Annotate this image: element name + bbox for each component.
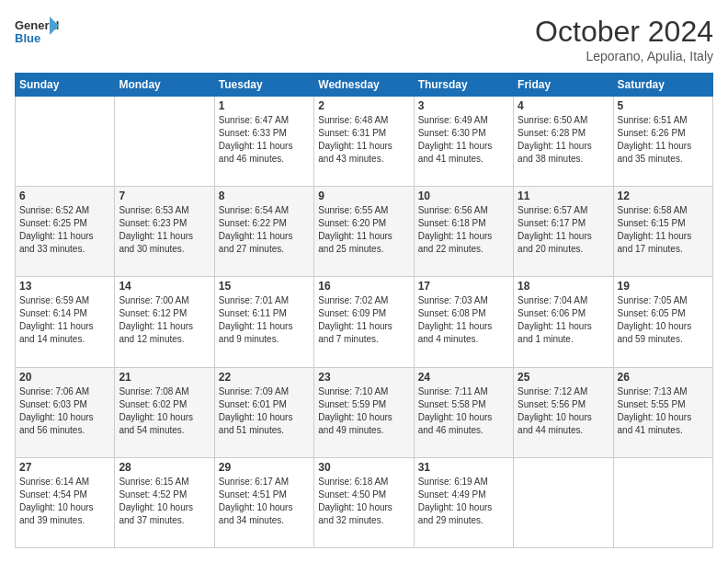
calendar-cell: 23Sunrise: 7:10 AMSunset: 5:59 PMDayligh… (314, 367, 414, 457)
day-info: Sunrise: 7:06 AMSunset: 6:03 PMDaylight:… (19, 386, 94, 435)
day-info: Sunrise: 6:17 AMSunset: 4:51 PMDaylight:… (219, 477, 293, 525)
weekday-header-tuesday: Tuesday (214, 74, 313, 97)
day-info: Sunrise: 6:56 AMSunset: 6:18 PMDaylight:… (418, 205, 493, 254)
day-number: 21 (119, 371, 210, 384)
calendar-cell: 9Sunrise: 6:55 AMSunset: 6:20 PMDaylight… (314, 187, 414, 277)
day-info: Sunrise: 6:47 AMSunset: 6:33 PMDaylight:… (219, 115, 293, 164)
calendar-cell (16, 97, 115, 187)
calendar-cell (514, 457, 613, 547)
day-number: 14 (119, 280, 210, 293)
title-block: October 2024 Leporano, Apulia, Italy (535, 15, 713, 63)
calendar-cell: 14Sunrise: 7:00 AMSunset: 6:12 PMDayligh… (115, 277, 214, 367)
day-number: 28 (119, 461, 210, 474)
calendar-cell: 13Sunrise: 6:59 AMSunset: 6:14 PMDayligh… (16, 277, 115, 367)
location-subtitle: Leporano, Apulia, Italy (535, 49, 713, 63)
weekday-header-wednesday: Wednesday (314, 74, 414, 97)
day-number: 26 (618, 371, 709, 384)
day-info: Sunrise: 6:57 AMSunset: 6:17 PMDaylight:… (518, 205, 592, 254)
day-info: Sunrise: 6:49 AMSunset: 6:30 PMDaylight:… (418, 115, 493, 164)
calendar-table: SundayMondayTuesdayWednesdayThursdayFrid… (15, 73, 713, 548)
calendar-cell: 5Sunrise: 6:51 AMSunset: 6:26 PMDaylight… (613, 97, 712, 187)
calendar-week-5: 27Sunrise: 6:14 AMSunset: 4:54 PMDayligh… (16, 457, 713, 547)
weekday-header-thursday: Thursday (414, 74, 513, 97)
calendar-cell: 21Sunrise: 7:08 AMSunset: 6:02 PMDayligh… (115, 367, 214, 457)
day-info: Sunrise: 6:48 AMSunset: 6:31 PMDaylight:… (318, 115, 392, 164)
day-number: 4 (518, 99, 609, 112)
day-info: Sunrise: 6:15 AMSunset: 4:52 PMDaylight:… (119, 477, 193, 525)
day-number: 29 (219, 461, 310, 474)
day-number: 5 (618, 99, 709, 112)
calendar-cell (613, 457, 712, 547)
calendar-week-1: 1Sunrise: 6:47 AMSunset: 6:33 PMDaylight… (16, 97, 713, 187)
calendar-cell: 27Sunrise: 6:14 AMSunset: 4:54 PMDayligh… (16, 457, 115, 547)
day-info: Sunrise: 6:59 AMSunset: 6:14 PMDaylight:… (19, 295, 94, 344)
calendar-cell: 12Sunrise: 6:58 AMSunset: 6:15 PMDayligh… (613, 187, 712, 277)
calendar-cell: 31Sunrise: 6:19 AMSunset: 4:49 PMDayligh… (414, 457, 513, 547)
day-number: 18 (518, 280, 609, 293)
calendar-week-4: 20Sunrise: 7:06 AMSunset: 6:03 PMDayligh… (16, 367, 713, 457)
svg-text:Blue: Blue (15, 31, 40, 45)
calendar-body: 1Sunrise: 6:47 AMSunset: 6:33 PMDaylight… (16, 97, 713, 548)
day-number: 8 (219, 190, 310, 202)
calendar-cell: 28Sunrise: 6:15 AMSunset: 4:52 PMDayligh… (115, 457, 214, 547)
day-number: 17 (418, 280, 509, 293)
day-number: 11 (518, 190, 609, 202)
day-info: Sunrise: 7:12 AMSunset: 5:56 PMDaylight:… (518, 386, 592, 435)
day-number: 10 (418, 190, 509, 202)
weekday-header-row: SundayMondayTuesdayWednesdayThursdayFrid… (16, 74, 713, 97)
weekday-header-sunday: Sunday (16, 74, 115, 97)
calendar-cell (115, 97, 214, 187)
calendar-cell: 10Sunrise: 6:56 AMSunset: 6:18 PMDayligh… (414, 187, 513, 277)
day-info: Sunrise: 7:05 AMSunset: 6:05 PMDaylight:… (618, 295, 692, 344)
month-title: October 2024 (535, 15, 713, 49)
day-info: Sunrise: 7:02 AMSunset: 6:09 PMDaylight:… (318, 295, 392, 344)
day-number: 31 (418, 461, 509, 474)
day-info: Sunrise: 7:01 AMSunset: 6:11 PMDaylight:… (219, 295, 293, 344)
day-number: 7 (119, 190, 210, 202)
day-number: 25 (518, 371, 609, 384)
calendar-cell: 20Sunrise: 7:06 AMSunset: 6:03 PMDayligh… (16, 367, 115, 457)
weekday-header-monday: Monday (115, 74, 214, 97)
day-info: Sunrise: 7:08 AMSunset: 6:02 PMDaylight:… (119, 386, 193, 435)
day-info: Sunrise: 7:00 AMSunset: 6:12 PMDaylight:… (119, 295, 193, 344)
day-info: Sunrise: 7:13 AMSunset: 5:55 PMDaylight:… (618, 386, 692, 435)
weekday-header-friday: Friday (514, 74, 613, 97)
day-info: Sunrise: 6:53 AMSunset: 6:23 PMDaylight:… (119, 205, 193, 254)
day-number: 9 (318, 190, 409, 202)
day-info: Sunrise: 6:18 AMSunset: 4:50 PMDaylight:… (318, 477, 392, 525)
day-info: Sunrise: 7:10 AMSunset: 5:59 PMDaylight:… (318, 386, 392, 435)
day-number: 27 (19, 461, 110, 474)
weekday-header-saturday: Saturday (613, 74, 712, 97)
calendar-cell: 22Sunrise: 7:09 AMSunset: 6:01 PMDayligh… (214, 367, 313, 457)
day-number: 13 (19, 280, 110, 293)
day-info: Sunrise: 7:04 AMSunset: 6:06 PMDaylight:… (518, 295, 592, 344)
day-number: 2 (318, 99, 409, 112)
calendar-cell: 26Sunrise: 7:13 AMSunset: 5:55 PMDayligh… (613, 367, 712, 457)
calendar-week-2: 6Sunrise: 6:52 AMSunset: 6:25 PMDaylight… (16, 187, 713, 277)
day-info: Sunrise: 7:09 AMSunset: 6:01 PMDaylight:… (219, 386, 293, 435)
calendar-cell: 30Sunrise: 6:18 AMSunset: 4:50 PMDayligh… (314, 457, 414, 547)
day-info: Sunrise: 6:14 AMSunset: 4:54 PMDaylight:… (19, 477, 94, 525)
calendar-cell: 1Sunrise: 6:47 AMSunset: 6:33 PMDaylight… (214, 97, 313, 187)
calendar-cell: 24Sunrise: 7:11 AMSunset: 5:58 PMDayligh… (414, 367, 513, 457)
calendar-cell: 8Sunrise: 6:54 AMSunset: 6:22 PMDaylight… (214, 187, 313, 277)
calendar-week-3: 13Sunrise: 6:59 AMSunset: 6:14 PMDayligh… (16, 277, 713, 367)
day-number: 24 (418, 371, 509, 384)
day-info: Sunrise: 6:19 AMSunset: 4:49 PMDaylight:… (418, 477, 493, 525)
day-number: 16 (318, 280, 409, 293)
day-number: 20 (19, 371, 110, 384)
day-info: Sunrise: 6:50 AMSunset: 6:28 PMDaylight:… (518, 115, 592, 164)
calendar-cell: 4Sunrise: 6:50 AMSunset: 6:28 PMDaylight… (514, 97, 613, 187)
day-info: Sunrise: 6:51 AMSunset: 6:26 PMDaylight:… (618, 115, 692, 164)
day-number: 1 (219, 99, 310, 112)
day-number: 22 (219, 371, 310, 384)
calendar-cell: 18Sunrise: 7:04 AMSunset: 6:06 PMDayligh… (514, 277, 613, 367)
calendar-cell: 11Sunrise: 6:57 AMSunset: 6:17 PMDayligh… (514, 187, 613, 277)
day-number: 19 (618, 280, 709, 293)
day-info: Sunrise: 7:03 AMSunset: 6:08 PMDaylight:… (418, 295, 493, 344)
logo: General Blue (15, 15, 61, 52)
calendar-cell: 29Sunrise: 6:17 AMSunset: 4:51 PMDayligh… (214, 457, 313, 547)
day-info: Sunrise: 6:55 AMSunset: 6:20 PMDaylight:… (318, 205, 392, 254)
calendar-cell: 19Sunrise: 7:05 AMSunset: 6:05 PMDayligh… (613, 277, 712, 367)
day-info: Sunrise: 6:58 AMSunset: 6:15 PMDaylight:… (618, 205, 692, 254)
